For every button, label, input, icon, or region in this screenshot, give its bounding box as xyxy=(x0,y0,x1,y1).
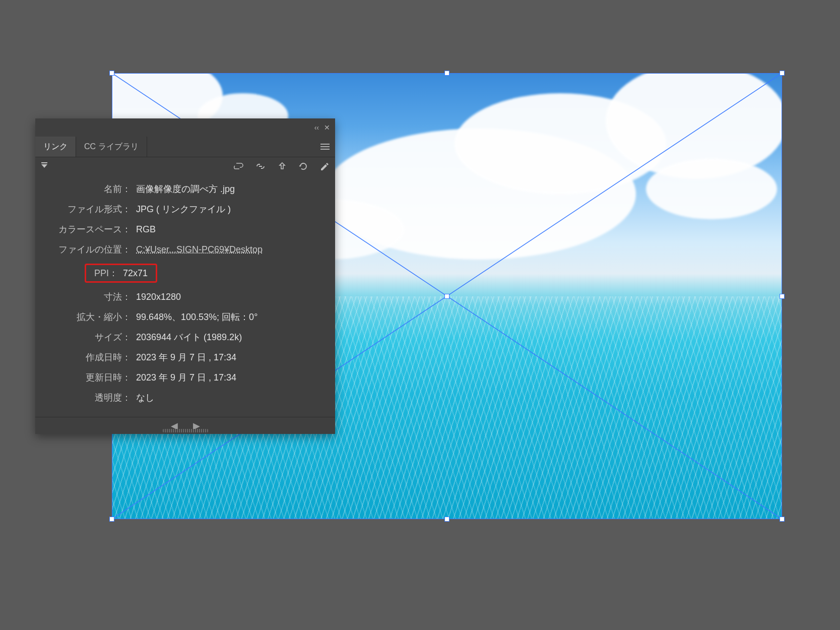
row-transparency: 透明度： なし xyxy=(45,388,325,408)
row-scale: 拡大・縮小： 99.648%、100.53%; 回転：0° xyxy=(45,307,325,327)
row-modified: 更新日時： 2023 年 9 月 7 日 , 17:34 xyxy=(45,367,325,388)
row-colorspace: カラースペース： RGB xyxy=(45,219,325,239)
row-size: サイズ： 2036944 バイト (1989.2k) xyxy=(45,327,325,347)
relink-icon[interactable] xyxy=(255,163,266,170)
row-name: 名前： 画像解像度の調べ方 .jpg xyxy=(45,179,325,199)
relink-cc-icon[interactable] xyxy=(233,162,243,170)
close-icon[interactable]: ✕ xyxy=(324,123,330,132)
row-created: 作成日時： 2023 年 9 月 7 日 , 17:34 xyxy=(45,347,325,367)
tab-cc-libraries[interactable]: CC ライブラリ xyxy=(76,137,147,157)
row-dimensions: 寸法： 1920x1280 xyxy=(45,287,325,307)
tab-links[interactable]: リンク xyxy=(35,137,76,157)
row-location: ファイルの位置： C:¥User...SIGN-PC69¥Desktop xyxy=(45,239,325,260)
panel-toolbar xyxy=(35,157,335,175)
edit-original-icon[interactable] xyxy=(320,162,329,171)
row-ppi: PPI： 72x71 xyxy=(45,260,325,287)
file-location-link[interactable]: C:¥User...SIGN-PC69¥Desktop xyxy=(136,244,263,255)
panel-tabs: リンク CC ライブラリ xyxy=(35,137,335,157)
go-to-link-icon[interactable] xyxy=(278,162,287,171)
show-link-info-toggle[interactable] xyxy=(41,164,47,168)
link-info-list: 名前： 画像解像度の調べ方 .jpg ファイル形式： JPG ( リンクファイル… xyxy=(35,175,335,417)
links-panel: ‹‹ ✕ リンク CC ライブラリ xyxy=(35,118,335,434)
update-link-icon[interactable] xyxy=(299,162,308,171)
row-format: ファイル形式： JPG ( リンクファイル ) xyxy=(45,199,325,219)
panel-footer: ◀ ▶ xyxy=(35,417,335,434)
panel-resize-grip[interactable] xyxy=(163,429,208,432)
panel-flyout-menu[interactable] xyxy=(315,137,335,157)
ppi-highlight: PPI： 72x71 xyxy=(85,264,157,283)
collapse-icon[interactable]: ‹‹ xyxy=(314,123,319,132)
canvas[interactable]: ‹‹ ✕ リンク CC ライブラリ xyxy=(0,0,840,630)
panel-header[interactable]: ‹‹ ✕ xyxy=(35,118,335,137)
